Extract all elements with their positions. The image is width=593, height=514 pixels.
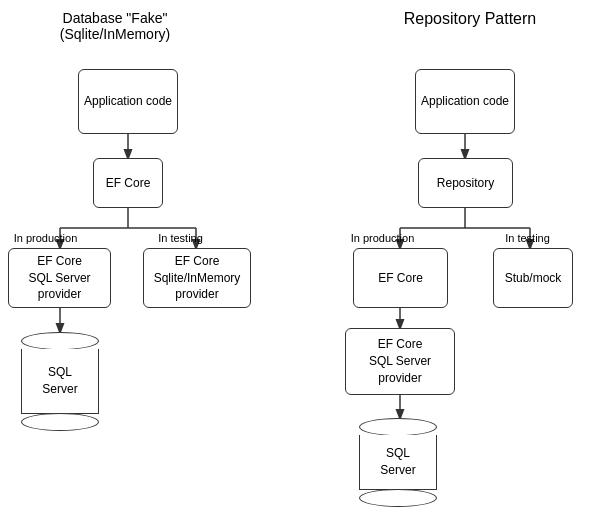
left-app-code-box: Application code — [78, 69, 178, 134]
right-repository-label: Repository — [437, 175, 494, 192]
left-in-production-label: In production — [8, 232, 83, 244]
right-sql-label: SQL Server — [380, 445, 415, 479]
left-sql-label: SQL Server — [42, 364, 77, 398]
right-in-production-label: In production — [345, 232, 420, 244]
right-stub-mock-box: Stub/mock — [493, 248, 573, 308]
left-in-testing-label: In testing — [148, 232, 213, 244]
right-app-code-box: Application code — [415, 69, 515, 134]
left-ef-sql-label: EF Core SQL Server provider — [28, 253, 90, 303]
right-ef-sql-box: EF Core SQL Server provider — [345, 328, 455, 395]
left-ef-sqlite-box: EF Core Sqlite/InMemory provider — [143, 248, 251, 308]
left-ef-sqlite-label: EF Core Sqlite/InMemory provider — [154, 253, 241, 303]
right-ef-core-box: EF Core — [353, 248, 448, 308]
right-repository-box: Repository — [418, 158, 513, 208]
left-ef-sql-box: EF Core SQL Server provider — [8, 248, 111, 308]
left-ef-core-label: EF Core — [106, 175, 151, 192]
right-in-testing-label: In testing — [495, 232, 560, 244]
right-sql-cylinder: SQL Server — [358, 418, 438, 507]
right-stub-mock-label: Stub/mock — [505, 270, 562, 287]
left-title: Database "Fake" (Sqlite/InMemory) — [30, 10, 200, 42]
diagram-area: Database "Fake" (Sqlite/InMemory) Applic… — [0, 0, 593, 514]
left-sql-cylinder: SQL Server — [20, 332, 100, 431]
right-app-code-label: Application code — [421, 93, 509, 110]
left-ef-core-box: EF Core — [93, 158, 163, 208]
right-ef-core-label: EF Core — [378, 270, 423, 287]
right-title: Repository Pattern — [370, 10, 570, 28]
left-app-code-label: Application code — [84, 93, 172, 110]
right-ef-sql-label: EF Core SQL Server provider — [369, 336, 431, 386]
